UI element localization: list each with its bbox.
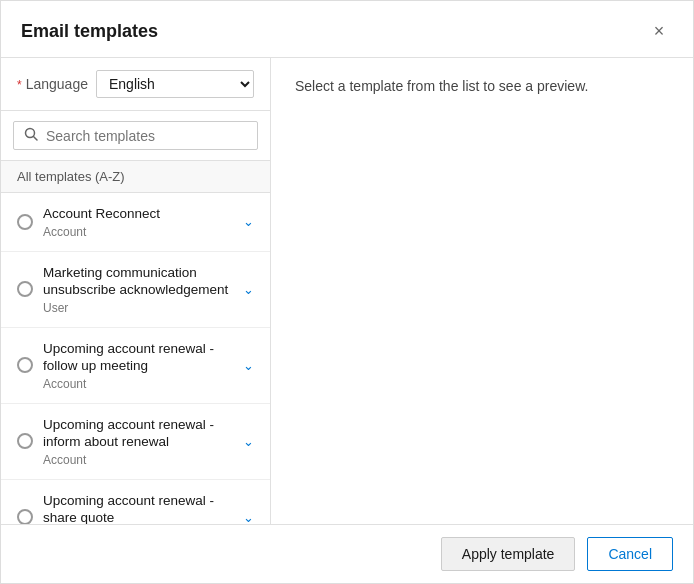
template-item[interactable]: Upcoming account renewal - share quote A… [1, 480, 270, 524]
svg-line-1 [34, 137, 38, 141]
dialog-footer: Apply template Cancel [1, 524, 693, 583]
template-name: Upcoming account renewal - share quote [43, 492, 233, 524]
template-category: Account [43, 377, 233, 391]
template-info: Upcoming account renewal - share quote A… [43, 492, 233, 524]
email-templates-dialog: Email templates × *Language English [0, 0, 694, 584]
language-select[interactable]: English [96, 70, 254, 98]
left-panel: *Language English All templates ( [1, 58, 271, 524]
template-name: Upcoming account renewal - inform about … [43, 416, 233, 451]
close-button[interactable]: × [645, 17, 673, 45]
template-category: Account [43, 225, 233, 239]
template-name: Marketing communication unsubscribe ackn… [43, 264, 233, 299]
right-panel: Select a template from the list to see a… [271, 58, 693, 524]
search-wrapper [13, 121, 258, 150]
preview-placeholder-text: Select a template from the list to see a… [295, 78, 669, 94]
template-radio-3[interactable] [17, 433, 33, 449]
templates-list: Account Reconnect Account ⌄ Marketing co… [1, 193, 270, 524]
chevron-down-icon: ⌄ [243, 282, 254, 297]
chevron-down-icon: ⌄ [243, 434, 254, 449]
template-item[interactable]: Upcoming account renewal - inform about … [1, 404, 270, 480]
chevron-down-icon: ⌄ [243, 214, 254, 229]
language-row: *Language English [1, 58, 270, 111]
search-icon [24, 127, 38, 144]
template-info: Account Reconnect Account [43, 205, 233, 239]
chevron-down-icon: ⌄ [243, 358, 254, 373]
template-item[interactable]: Marketing communication unsubscribe ackn… [1, 252, 270, 328]
template-info: Upcoming account renewal - inform about … [43, 416, 233, 467]
template-category: User [43, 301, 233, 315]
apply-template-button[interactable]: Apply template [441, 537, 576, 571]
template-radio-1[interactable] [17, 281, 33, 297]
template-info: Marketing communication unsubscribe ackn… [43, 264, 233, 315]
chevron-down-icon: ⌄ [243, 510, 254, 524]
template-radio-2[interactable] [17, 357, 33, 373]
template-radio-0[interactable] [17, 214, 33, 230]
template-category: Account [43, 453, 233, 467]
templates-list-header: All templates (A-Z) [1, 161, 270, 193]
cancel-button[interactable]: Cancel [587, 537, 673, 571]
template-name: Upcoming account renewal - follow up mee… [43, 340, 233, 375]
search-row [1, 111, 270, 161]
template-info: Upcoming account renewal - follow up mee… [43, 340, 233, 391]
template-radio-4[interactable] [17, 509, 33, 524]
language-label: *Language [17, 76, 88, 92]
dialog-header: Email templates × [1, 1, 693, 58]
search-input[interactable] [46, 128, 247, 144]
dialog-body: *Language English All templates ( [1, 58, 693, 524]
dialog-title: Email templates [21, 21, 158, 42]
template-name: Account Reconnect [43, 205, 233, 223]
template-item[interactable]: Upcoming account renewal - follow up mee… [1, 328, 270, 404]
required-star: * [17, 78, 22, 92]
template-item[interactable]: Account Reconnect Account ⌄ [1, 193, 270, 252]
